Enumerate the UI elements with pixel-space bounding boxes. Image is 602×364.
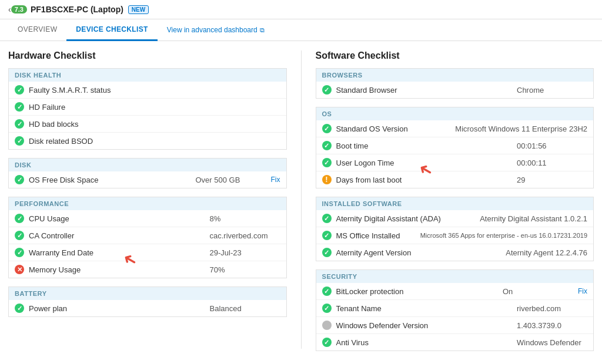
disk-health-header: DISK HEALTH [9, 69, 286, 82]
list-item: ✓ BitLocker protection On Fix [316, 283, 594, 300]
performance-section: PERFORMANCE ✓ CPU Usage 8% ✓ CA Controll… [8, 197, 287, 278]
row-label: User Logon Time [336, 159, 513, 167]
row-value: Windows Defender [517, 338, 587, 347]
software-panel-title: Software Checklist [316, 50, 594, 61]
battery-section: BATTERY ✓ Power plan Balanced [8, 287, 287, 317]
os-header: OS [316, 107, 594, 120]
row-label: Standard OS Version [336, 124, 451, 133]
browsers-header: BROWSERS [316, 69, 594, 82]
row-value: 00:01:56 [517, 141, 587, 150]
list-item: ✓ Boot time 00:01:56 [316, 137, 594, 154]
status-icon-red: ✕ [15, 265, 24, 274]
row-value: 00:00:11 [517, 159, 587, 167]
row-label: Aternity Agent Version [336, 248, 501, 257]
row-label: Days from last boot [336, 176, 513, 184]
status-icon-green: ✓ [15, 136, 24, 146]
status-icon-green: ✓ [322, 231, 332, 240]
software-checklist-panel: Software Checklist BROWSERS ✓ Standard B… [316, 50, 594, 349]
row-label: HD bad blocks [29, 120, 280, 129]
list-item: ! Days from last boot 29 [316, 171, 594, 188]
status-icon-green: ✓ [322, 338, 332, 347]
fix-link[interactable]: Fix [578, 287, 587, 295]
row-label: Windows Defender Version [336, 321, 513, 330]
tab-advanced-dashboard[interactable]: View in advanced dashboard ⧉ [158, 20, 274, 40]
status-icon-green: ✓ [15, 231, 24, 240]
row-label: OS Free Disk Space [29, 176, 191, 184]
disk-header: DISK [9, 159, 286, 171]
row-label: Tenant Name [336, 304, 513, 313]
browsers-section: BROWSERS ✓ Standard Browser Chrome [316, 68, 594, 99]
row-label: CPU Usage [29, 214, 205, 223]
panel-divider [301, 50, 302, 349]
list-item: ✓ Warranty End Date 29-Jul-23 ➜ [9, 244, 286, 261]
back-arrow-icon: ‹ [8, 5, 11, 14]
disk-health-section: DISK HEALTH ✓ Faulty S.M.A.R.T. status ✓… [8, 68, 287, 150]
list-item: ✓ Anti Virus Windows Defender [316, 334, 594, 350]
row-label: Standard Browser [336, 86, 513, 95]
row-label: Power plan [29, 304, 205, 313]
row-label: Disk related BSOD [29, 137, 280, 146]
status-icon-green: ✓ [15, 175, 24, 184]
status-icon-green: ✓ [322, 158, 332, 167]
status-icon-green: ✓ [322, 304, 332, 313]
installed-software-header: INSTALLED SOFTWARE [316, 197, 594, 210]
security-header: SECURITY [316, 270, 594, 283]
row-label: Aternity Digital Assistant (ADA) [336, 214, 476, 223]
status-icon-green: ✓ [322, 85, 332, 95]
security-section: SECURITY ✓ BitLocker protection On Fix ✓… [316, 269, 594, 351]
row-label: Memory Usage [29, 265, 205, 274]
installed-software-section: INSTALLED SOFTWARE ✓ Aternity Digital As… [316, 197, 594, 261]
device-title: PF1BSCXE-PC (Laptop) [31, 5, 123, 14]
row-value: Aternity Digital Assistant 1.0.2.1 [480, 214, 587, 223]
hardware-panel-title: Hardware Checklist [8, 50, 287, 61]
version-badge: 7.3 [11, 5, 27, 14]
tab-device-checklist[interactable]: DEVICE CHECKLIST [66, 19, 157, 41]
status-icon-green: ✓ [15, 119, 24, 129]
list-item: ✓ Faulty S.M.A.R.T. status [9, 82, 286, 99]
row-value: Chrome [517, 86, 587, 95]
row-value: Microsoft 365 Apps for enterprise - en-u… [420, 232, 587, 239]
main-content: Hardware Checklist DISK HEALTH ✓ Faulty … [0, 41, 602, 358]
tab-overview[interactable]: OVERVIEW [8, 19, 66, 41]
row-label: MS Office Installed [336, 231, 416, 240]
top-nav: ‹ 7.3 PF1BSCXE-PC (Laptop) NEW [0, 0, 602, 19]
row-label: Anti Virus [336, 338, 513, 347]
row-label: Faulty S.M.A.R.T. status [29, 86, 280, 95]
list-item: ✕ Memory Usage 70% [9, 261, 286, 278]
row-value: Aternity Agent 12.2.4.76 [506, 248, 587, 257]
list-item: ✓ Power plan Balanced [9, 300, 286, 316]
hardware-checklist-panel: Hardware Checklist DISK HEALTH ✓ Faulty … [8, 50, 287, 349]
list-item: Windows Defender Version 1.403.3739.0 [316, 317, 594, 334]
status-icon-green: ✓ [322, 141, 332, 150]
row-value: 1.403.3739.0 [517, 321, 587, 330]
fix-link[interactable]: Fix [271, 176, 280, 184]
advanced-dashboard-label: View in advanced dashboard [167, 26, 257, 34]
status-icon-green: ✓ [15, 248, 24, 257]
row-value: Microsoft Windows 11 Enterprise 23H2 [455, 124, 587, 133]
status-icon-green: ✓ [15, 102, 24, 112]
external-link-icon: ⧉ [260, 26, 265, 34]
status-icon-green: ✓ [322, 287, 332, 296]
list-item: ✓ Tenant Name riverbed.com [316, 300, 594, 317]
new-badge: NEW [128, 5, 149, 14]
list-item: ✓ CA Controller cac.riverbed.com [9, 227, 286, 244]
row-value: 70% [210, 265, 280, 274]
status-icon-green: ✓ [322, 214, 332, 223]
list-item: ✓ Standard Browser Chrome [316, 82, 594, 98]
row-value: Over 500 GB [196, 176, 266, 184]
list-item: ✓ HD Failure [9, 99, 286, 116]
back-button[interactable]: ‹ [8, 5, 11, 14]
row-value: 8% [210, 214, 280, 223]
row-label: CA Controller [29, 231, 205, 240]
row-value: 29 [517, 176, 587, 184]
list-item: ✓ MS Office Installed Microsoft 365 Apps… [316, 227, 594, 244]
list-item: ✓ CPU Usage 8% [9, 210, 286, 227]
status-icon-green: ✓ [15, 214, 24, 223]
disk-section: DISK ✓ OS Free Disk Space Over 500 GB Fi… [8, 158, 287, 188]
row-label: Warranty End Date [29, 248, 205, 257]
status-icon-green: ✓ [15, 85, 24, 95]
list-item: ✓ OS Free Disk Space Over 500 GB Fix [9, 171, 286, 188]
status-icon-green: ✓ [15, 304, 24, 313]
list-item: ✓ User Logon Time 00:00:11 ➜ [316, 154, 594, 171]
row-value: 29-Jul-23 [210, 248, 280, 257]
